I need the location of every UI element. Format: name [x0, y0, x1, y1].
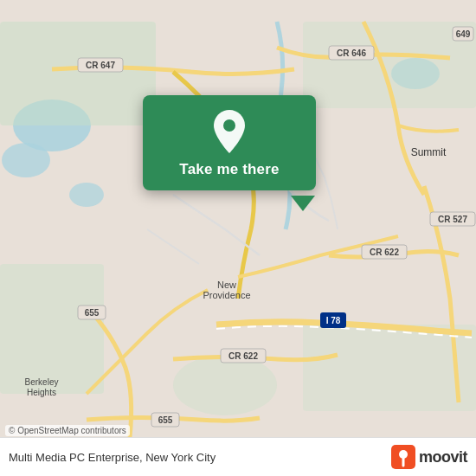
- svg-text:655: 655: [158, 415, 173, 425]
- svg-point-2: [69, 183, 104, 207]
- map-attribution: © OpenStreetMap contributors: [5, 425, 130, 436]
- svg-text:Berkeley: Berkeley: [25, 377, 59, 387]
- moovit-logo: moovit: [391, 445, 467, 469]
- svg-text:New: New: [217, 280, 236, 290]
- svg-point-1: [2, 143, 50, 177]
- map-pin-icon: [209, 111, 250, 152]
- svg-text:CR 647: CR 647: [86, 61, 115, 70]
- svg-text:CR 527: CR 527: [438, 215, 467, 224]
- svg-rect-6: [0, 264, 104, 394]
- svg-text:655: 655: [85, 308, 100, 318]
- bottom-bar: Multi Media PC Enterprise, New York City…: [0, 437, 476, 476]
- take-me-there-button[interactable]: Take me there: [179, 161, 279, 178]
- svg-text:Summit: Summit: [411, 146, 447, 158]
- svg-text:CR 622: CR 622: [228, 351, 258, 361]
- map-container: CR 647 CR 646 649 CR 527 CR 622 CR 622 I…: [0, 0, 476, 476]
- moovit-text: moovit: [419, 448, 467, 466]
- moovit-icon: [391, 445, 415, 469]
- map-svg: CR 647 CR 646 649 CR 527 CR 622 CR 622 I…: [0, 0, 476, 476]
- svg-text:649: 649: [456, 29, 471, 39]
- svg-rect-8: [303, 325, 476, 411]
- svg-text:CR 646: CR 646: [337, 48, 366, 58]
- svg-point-32: [223, 119, 235, 132]
- svg-text:Heights: Heights: [27, 388, 56, 397]
- svg-text:I 78: I 78: [326, 316, 341, 325]
- svg-point-7: [173, 355, 277, 415]
- svg-rect-4: [0, 22, 156, 125]
- svg-text:CR 622: CR 622: [370, 248, 399, 257]
- location-text: Multi Media PC Enterprise, New York City: [9, 451, 391, 464]
- popup-card: Take me there: [143, 95, 316, 190]
- popup-pointer: [291, 196, 315, 211]
- svg-text:Providence: Providence: [203, 290, 250, 300]
